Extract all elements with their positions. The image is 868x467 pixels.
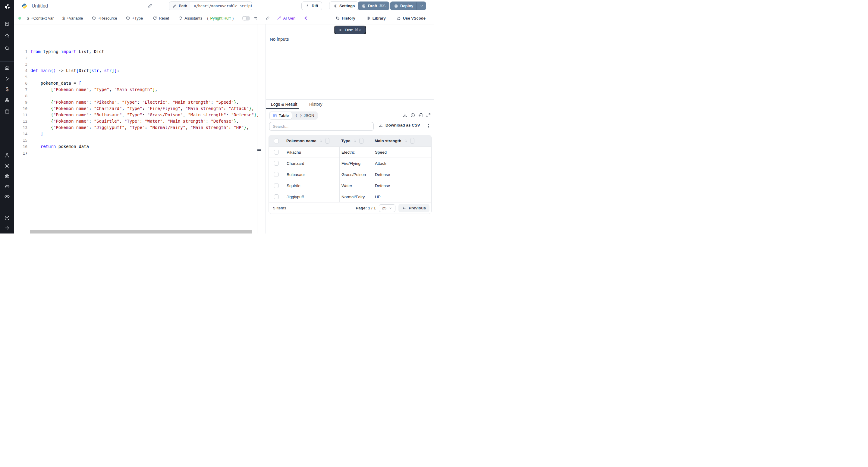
sidebar-item-favorites[interactable] <box>0 32 14 39</box>
view-toggle-table[interactable]: Table <box>270 112 292 119</box>
code-editor[interactable]: 1from typing import List, Dict234def mai… <box>14 24 261 234</box>
sidebar-item-folders[interactable] <box>0 182 14 190</box>
reset-button[interactable]: Reset <box>153 16 169 21</box>
right-panel: Test ⌘↵ No inputs Logs & Result History … <box>266 24 434 234</box>
line-number: 9 <box>14 99 27 105</box>
assistants-button[interactable]: Assistants (Pyright Ruff) <box>178 16 234 21</box>
use-vscode-button[interactable]: Use VScode <box>397 16 426 21</box>
code-line[interactable]: 11 {"Pokemon name": "Bulbasaur", "Type":… <box>14 112 261 118</box>
line-number: 8 <box>14 93 27 99</box>
code-line[interactable]: 3 <box>14 61 261 67</box>
code-line[interactable]: 2 <box>14 55 261 61</box>
result-info-icon[interactable] <box>410 113 415 118</box>
horizontal-scrollbar[interactable] <box>30 230 252 234</box>
code-line[interactable]: 14 ] <box>14 131 261 137</box>
code-line[interactable]: 6 pokemon_data = [ <box>14 80 261 87</box>
code-line[interactable]: 4def main() -> List[Dict[str, str]]: <box>14 67 261 74</box>
result-section: Logs & Result History Table { }JSON Down… <box>266 99 434 234</box>
sidebar-expand-button[interactable] <box>0 224 14 232</box>
page-size-select[interactable]: 25 <box>379 204 396 212</box>
topbar: Untitled Path u/henri/maneuverable_scrip… <box>14 0 434 12</box>
download-csv-button[interactable]: Download as CSV <box>378 123 420 127</box>
code-line[interactable]: 10 {"Pokemon name": "Charizard", "Type":… <box>14 105 261 112</box>
row-checkbox[interactable] <box>274 194 279 199</box>
line-number: 16 <box>14 144 27 150</box>
sort-icon[interactable] <box>353 138 357 143</box>
code-line[interactable]: 12 {"Pokemon name": "Squirtle", "Type": … <box>14 118 261 124</box>
column-filter-box[interactable] <box>410 138 414 144</box>
line-number: 13 <box>14 124 27 131</box>
column-header: Main strength <box>375 138 401 143</box>
code-line[interactable]: 13 {"Pokemon name": "Jigglypuff", "Type"… <box>14 124 261 131</box>
code-text: ["Pokemon name", "Type", "Main strength"… <box>30 87 158 93</box>
sidebar-item-schedules[interactable] <box>0 107 14 115</box>
line-number: 12 <box>14 118 27 124</box>
code-line[interactable]: 16 return pokemon_data <box>14 144 261 150</box>
code-line[interactable]: 15 <box>14 137 261 144</box>
code-line[interactable]: 9 {"Pokemon name": "Pikachu", "Type": "E… <box>14 99 261 105</box>
add-context-var-button[interactable]: $+Context Var <box>27 16 54 21</box>
table-menu-kebab[interactable] <box>426 123 432 130</box>
sidebar-item-variables[interactable]: $ <box>0 86 14 93</box>
view-toggle-json[interactable]: { }JSON <box>292 112 317 119</box>
edit-summary-icon[interactable] <box>147 3 153 9</box>
previous-page-button[interactable]: Previous <box>398 204 430 212</box>
tab-history[interactable]: History <box>304 100 322 109</box>
expand-result-icon[interactable] <box>426 113 431 118</box>
multiplayer-icon[interactable] <box>253 16 258 21</box>
library-button[interactable]: Library <box>366 16 386 21</box>
table-header: Pokemon name Type Main strength <box>269 135 431 147</box>
column-filter-box[interactable] <box>325 138 330 144</box>
collab-toggle[interactable] <box>242 16 250 21</box>
save-icon <box>394 4 398 8</box>
select-all-checkbox[interactable] <box>274 138 279 144</box>
draft-button[interactable]: Draft⌘S <box>358 1 390 10</box>
result-tabs: Logs & Result History <box>266 100 434 109</box>
line-number: 15 <box>14 137 27 144</box>
row-checkbox[interactable] <box>274 172 279 177</box>
status-dot <box>19 17 21 20</box>
sidebar-item-audit-logs[interactable] <box>0 192 14 200</box>
code-line[interactable]: 1from typing import List, Dict <box>14 49 261 55</box>
format-brush-icon[interactable] <box>265 16 270 21</box>
ai-sparkles-button[interactable] <box>303 16 308 21</box>
sidebar-item-search[interactable] <box>0 44 14 52</box>
sidebar-item-help[interactable] <box>0 214 14 222</box>
row-checkbox[interactable] <box>274 150 279 155</box>
windmill-logo-icon[interactable] <box>0 2 14 11</box>
sidebar-item-home[interactable] <box>0 64 14 71</box>
code-line[interactable]: 8 <box>14 93 261 99</box>
sort-icon[interactable] <box>319 138 323 143</box>
deploy-button[interactable]: Deploy <box>390 1 426 10</box>
code-text: pokemon_data = [ <box>30 80 82 87</box>
history-button[interactable]: History <box>336 16 355 21</box>
row-checkbox[interactable] <box>274 161 279 166</box>
tab-logs-result[interactable]: Logs & Result <box>266 100 299 109</box>
assistants-paren: ( <box>207 16 208 21</box>
sidebar-item-users[interactable] <box>0 151 14 159</box>
test-button[interactable]: Test ⌘↵ <box>334 26 366 34</box>
download-result-icon[interactable] <box>402 113 407 118</box>
sidebar-item-workspace[interactable] <box>0 20 14 28</box>
settings-button[interactable]: Settings <box>329 1 359 10</box>
code-line[interactable]: 5 <box>14 74 261 80</box>
search-input[interactable] <box>269 122 374 131</box>
ai-gen-button[interactable]: AI Gen <box>277 16 295 21</box>
code-line[interactable]: 7 ["Pokemon name", "Type", "Main strengt… <box>14 87 261 93</box>
row-checkbox[interactable] <box>274 183 279 188</box>
copy-result-icon[interactable] <box>418 113 423 118</box>
add-type-button[interactable]: +Type <box>126 16 143 21</box>
path-chip[interactable]: Path u/henri/maneuverable_script <box>169 1 252 10</box>
sidebar-item-settings[interactable] <box>0 162 14 169</box>
sidebar-item-workers[interactable] <box>0 172 14 180</box>
add-resource-button[interactable]: +Resource <box>92 16 117 21</box>
sidebar-item-runs[interactable] <box>0 75 14 83</box>
sidebar-item-resources[interactable] <box>0 96 14 104</box>
add-variable-button[interactable]: $+Variable <box>62 16 83 21</box>
sort-icon[interactable] <box>404 138 408 143</box>
column-filter-box[interactable] <box>359 138 364 144</box>
code-line[interactable]: 17 <box>14 150 261 156</box>
diff-button[interactable]: Diff <box>301 1 322 10</box>
plus-minus-icon <box>305 4 310 8</box>
chevron-down-icon[interactable] <box>420 4 424 8</box>
